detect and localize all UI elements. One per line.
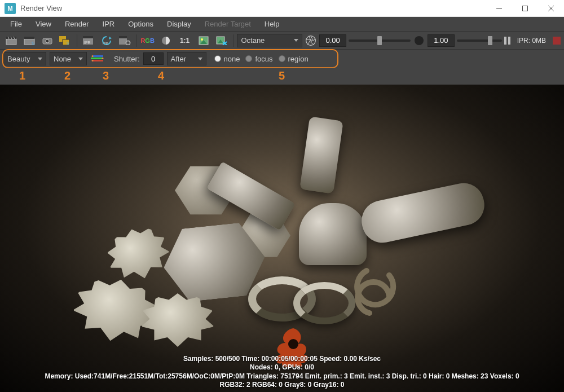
stats-line-1: Samples: 500/500 Time: 00:00:05/00:00:05… [0,355,564,364]
svg-point-26 [162,37,170,45]
ipr-options-icon[interactable] [117,34,133,47]
exposure-icon[interactable] [413,34,425,47]
svg-rect-36 [93,55,103,57]
menu-render[interactable]: Render [58,17,96,32]
svg-text:IPR: IPR [103,42,109,45]
svg-point-41 [92,60,94,61]
shutter-timing-dropdown[interactable]: After [167,52,206,65]
radio-focus[interactable]: focus [245,55,272,63]
svg-rect-22 [119,38,127,45]
svg-point-35 [415,36,424,45]
svg-rect-10 [24,37,34,39]
svg-point-42 [288,339,298,349]
display-image-icon[interactable] [196,34,212,47]
annotation-2: 2 [64,69,70,82]
clapper-frame-icon[interactable]: S [21,34,37,47]
menu-file[interactable]: File [3,17,29,32]
svg-text:IPR: IPR [84,41,91,45]
svg-point-13 [46,39,49,43]
svg-line-32 [223,42,227,45]
radio-focus-label: focus [255,55,272,63]
svg-rect-14 [59,36,66,42]
lut-colorbar-icon[interactable] [90,53,105,64]
ipr-status-label: IPR: 0MB [515,37,548,45]
svg-line-8 [14,37,15,39]
svg-line-6 [8,37,9,39]
svg-rect-37 [91,58,103,59]
snapshot-icon[interactable] [39,34,55,47]
clapper-icon[interactable] [3,34,19,47]
svg-point-39 [92,55,94,57]
annotation-numbers-row: 1 2 3 4 5 [0,68,564,85]
rendered-image [0,85,564,392]
radio-dot-icon [214,55,221,62]
minimize-button[interactable] [486,0,512,17]
radio-none-label: none [224,55,240,63]
shutter-timing-label: After [171,55,196,63]
remove-image-icon[interactable] [214,34,230,47]
svg-rect-38 [93,60,103,61]
svg-rect-12 [43,38,52,44]
svg-rect-23 [119,36,127,38]
menu-options[interactable]: Options [121,17,160,32]
pause-icon[interactable] [504,37,510,45]
chevron-down-icon [198,58,202,60]
svg-text:S: S [67,41,69,45]
radio-region-label: region [288,55,309,63]
annotation-5: 5 [279,69,285,82]
render-layer-dropdown[interactable]: None [50,52,87,65]
ipr-sequence-icon[interactable]: S [58,34,73,47]
gamma-value-field[interactable]: 1.00 [428,34,455,47]
radio-dot-icon [279,55,285,62]
aperture-icon[interactable] [305,34,317,47]
svg-rect-15 [63,39,69,45]
close-button[interactable] [538,0,564,17]
contrast-icon[interactable] [158,34,174,47]
rgb-channel-icon[interactable]: RGB [140,34,156,47]
secondary-toolbar-area: Beauty None Shutter: 0 After [0,50,564,68]
render-pass-label: Beauty [7,55,36,63]
svg-marker-31 [218,39,223,43]
ipr-frame-icon[interactable]: IPR [81,34,96,47]
exposure-value-field[interactable]: 0.00 [319,34,346,47]
renderer-dropdown-label: Octane [241,36,292,45]
svg-marker-29 [200,40,207,44]
record-indicator-icon[interactable] [553,37,561,45]
radio-none[interactable]: none [214,55,240,63]
gamma-slider[interactable] [457,36,502,45]
stats-line-3: Memory: Used:741M/Free:21551M/Tot:25756M… [0,372,564,381]
shutter-value-field[interactable]: 0 [143,52,164,65]
chevron-down-icon [78,58,83,60]
menu-render-target: Render Target [198,17,258,32]
secondary-toolbar: Beauty None Shutter: 0 After [0,50,564,68]
stats-line-2: Nodes: 0, GPUs: 0/0 [0,363,564,372]
ipr-refresh-icon[interactable]: IPR [99,34,114,47]
maximize-button[interactable] [512,0,538,17]
shutter-label: Shutter: [114,55,140,63]
window-title: Render View [20,4,62,12]
menu-display[interactable]: Display [160,17,198,32]
render-layer-label: None [54,55,76,63]
menu-view[interactable]: View [29,17,58,32]
annotation-1: 1 [19,69,25,82]
svg-rect-27 [199,37,208,45]
annotation-4: 4 [158,69,164,82]
one-to-one-button[interactable]: 1:1 [176,34,194,47]
exposure-slider[interactable] [349,36,411,45]
svg-text:S: S [32,41,34,45]
svg-line-33 [223,42,227,45]
svg-rect-30 [217,37,224,44]
annotation-3: 3 [103,69,109,82]
svg-rect-17 [83,38,93,45]
menu-help[interactable]: Help [258,17,287,32]
render-viewport[interactable]: Samples: 500/500 Time: 00:00:05/00:00:05… [0,85,564,392]
render-pass-dropdown[interactable]: Beauty [3,52,46,65]
svg-rect-5 [6,37,16,39]
main-toolbar: S S IPR IPR RGB 1:1 Octane 0.00 1.00 [0,32,564,50]
titlebar: M Render View [0,0,564,17]
renderer-dropdown[interactable]: Octane [237,34,302,47]
svg-point-40 [102,58,104,59]
menubar: File View Render IPR Options Display Ren… [0,17,564,32]
menu-ipr[interactable]: IPR [96,17,122,32]
radio-region[interactable]: region [279,55,309,63]
